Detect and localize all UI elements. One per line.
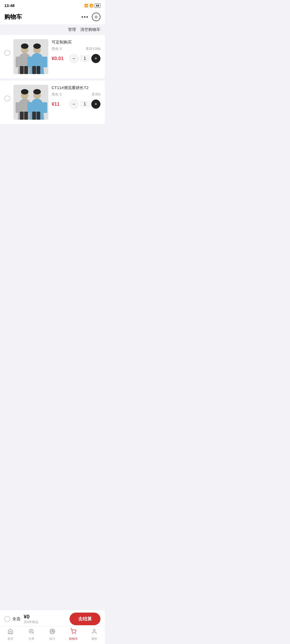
svg-point-8 — [33, 43, 41, 49]
item-2-decrease-button[interactable]: − — [69, 100, 78, 109]
svg-rect-6 — [27, 57, 32, 67]
item-2-stock: 库存6 — [92, 92, 100, 97]
item-2-quantity: 1 — [80, 101, 90, 108]
item-1-decrease-button[interactable]: − — [69, 54, 78, 63]
svg-rect-23 — [24, 112, 28, 120]
item-1-checkbox[interactable] — [4, 50, 10, 56]
item-2-image — [13, 85, 48, 120]
svg-rect-25 — [37, 112, 40, 120]
svg-point-17 — [21, 89, 28, 94]
header-actions: ••• ⊙ — [81, 13, 100, 21]
item-2-info: CT11#潮流重磅长T2 黑色 S 库存6 ¥11 − 1 + — [52, 85, 100, 109]
svg-rect-2 — [16, 57, 20, 67]
item-2-quantity-control: − 1 + — [69, 100, 100, 109]
item-1-increase-button[interactable]: + — [91, 54, 100, 63]
status-icons: 📶 📶 44 — [84, 3, 100, 8]
cart-item-2: CT11#潮流重磅长T2 黑色 S 库存6 ¥11 − 1 + — [0, 80, 105, 124]
minus-icon: − — [73, 56, 75, 61]
item-1-quantity: 1 — [80, 55, 90, 62]
cart-item-1: 可定制购买 黑色 S 库存1098 ¥0.01 − 1 + — [0, 35, 105, 78]
svg-rect-9 — [20, 66, 24, 74]
item-2-price-row: ¥11 − 1 + — [52, 100, 100, 109]
svg-rect-12 — [37, 66, 40, 74]
cart-toolbar: 管理 清空购物车 — [0, 24, 105, 35]
svg-rect-11 — [32, 66, 36, 74]
item-1-variant: 黑色 S — [52, 46, 62, 51]
svg-rect-24 — [32, 112, 36, 120]
item-2-increase-button[interactable]: + — [91, 100, 100, 109]
wifi-icon: 📶 — [89, 4, 93, 8]
scan-button[interactable]: ⊙ — [92, 13, 100, 21]
page-title: 购物车 — [4, 13, 22, 21]
minus-icon: − — [73, 101, 75, 107]
item-2-price: ¥11 — [52, 101, 60, 107]
item-1-price: ¥0.01 — [52, 56, 64, 61]
svg-rect-19 — [27, 102, 32, 113]
status-time: 13:48 — [4, 3, 15, 8]
more-options-icon[interactable]: ••• — [81, 14, 89, 20]
item-2-checkbox[interactable] — [4, 96, 10, 101]
svg-point-21 — [33, 89, 41, 94]
item-1-name: 可定制购买 — [52, 39, 100, 45]
scan-icon: ⊙ — [95, 15, 98, 19]
item-1-image — [13, 39, 48, 74]
svg-point-4 — [21, 43, 28, 49]
item-1-info: 可定制购买 黑色 S 库存1098 ¥0.01 − 1 + — [52, 39, 100, 63]
empty-area — [0, 126, 105, 233]
plus-icon: + — [95, 56, 97, 61]
item-1-thumbnail — [13, 39, 48, 74]
header: 购物车 ••• ⊙ — [0, 10, 105, 24]
item-2-variant: 黑色 S — [52, 92, 62, 97]
item-1-price-row: ¥0.01 − 1 + — [52, 54, 100, 63]
item-2-variant-row: 黑色 S 库存6 — [52, 92, 100, 97]
clear-cart-button[interactable]: 清空购物车 — [80, 27, 100, 32]
manage-button[interactable]: 管理 — [68, 27, 76, 32]
svg-rect-10 — [24, 66, 28, 74]
plus-icon: + — [95, 101, 97, 107]
svg-rect-22 — [20, 112, 24, 120]
svg-rect-7 — [42, 57, 47, 67]
svg-rect-15 — [16, 102, 20, 113]
svg-rect-20 — [42, 102, 47, 113]
item-1-variant-row: 黑色 S 库存1098 — [52, 46, 100, 51]
item-1-stock: 库存1098 — [86, 46, 100, 51]
status-bar: 13:48 📶 📶 44 — [0, 0, 105, 10]
battery-icon: 44 — [95, 3, 100, 8]
item-1-quantity-control: − 1 + — [69, 54, 100, 63]
signal-icon: 📶 — [84, 4, 88, 8]
item-2-name: CT11#潮流重磅长T2 — [52, 85, 100, 90]
